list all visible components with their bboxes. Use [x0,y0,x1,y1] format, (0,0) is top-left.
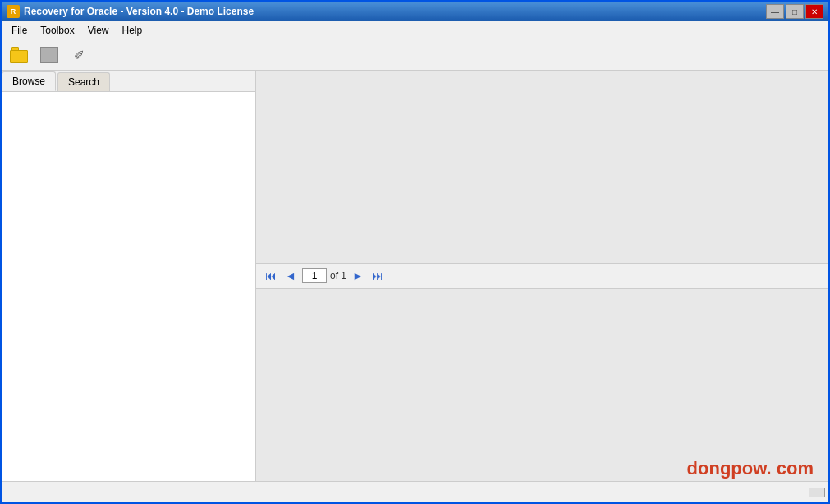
last-page-icon: ⏭ [372,269,383,282]
prev-page-icon: ◄ [285,269,296,282]
tab-browse[interactable]: Browse [2,71,56,91]
title-bar: R Recovery for Oracle - Version 4.0 - De… [2,2,828,21]
prev-page-button[interactable]: ◄ [282,268,299,284]
menu-bar: File Toolbox View Help [2,21,828,39]
left-panel: Browse Search [2,71,256,481]
top-view-area [256,71,828,264]
menu-file[interactable]: File [5,23,34,38]
folder-icon [10,47,30,63]
last-page-button[interactable]: ⏭ [369,268,386,284]
pencil-button[interactable]: ✏ [66,44,92,66]
next-page-icon: ► [352,269,364,282]
status-bar [2,481,828,502]
bottom-view-area [256,289,828,482]
pagination-bar: ⏮ ◄ of 1 ► ⏭ [256,264,828,289]
main-window: R Recovery for Oracle - Version 4.0 - De… [0,0,830,504]
menu-view[interactable]: View [81,23,116,38]
first-page-button[interactable]: ⏮ [263,268,279,284]
gray-button[interactable] [36,44,62,66]
tab-search[interactable]: Search [57,72,110,91]
close-button[interactable]: ✕ [805,4,823,19]
browse-content[interactable] [2,92,255,481]
window-title: Recovery for Oracle - Version 4.0 - Demo… [24,6,766,17]
maximize-button[interactable]: □ [786,4,804,19]
window-controls: — □ ✕ [766,4,823,19]
gray-icon [40,47,58,63]
app-icon: R [7,5,20,18]
right-panel: ⏮ ◄ of 1 ► ⏭ [256,71,828,481]
menu-toolbox[interactable]: Toolbox [34,23,80,38]
page-of-label: of 1 [330,270,346,282]
page-number-input[interactable] [302,268,327,283]
status-indicator [809,488,825,497]
tabs-header: Browse Search [2,71,255,92]
open-button[interactable] [7,44,33,66]
toolbar: ✏ [2,39,828,71]
minimize-button[interactable]: — [766,4,784,19]
menu-help[interactable]: Help [116,23,149,38]
content-area: Browse Search ⏮ ◄ of 1 ► [2,71,828,481]
next-page-button[interactable]: ► [350,268,366,284]
first-page-icon: ⏮ [265,269,277,282]
pencil-icon: ✏ [70,45,89,64]
